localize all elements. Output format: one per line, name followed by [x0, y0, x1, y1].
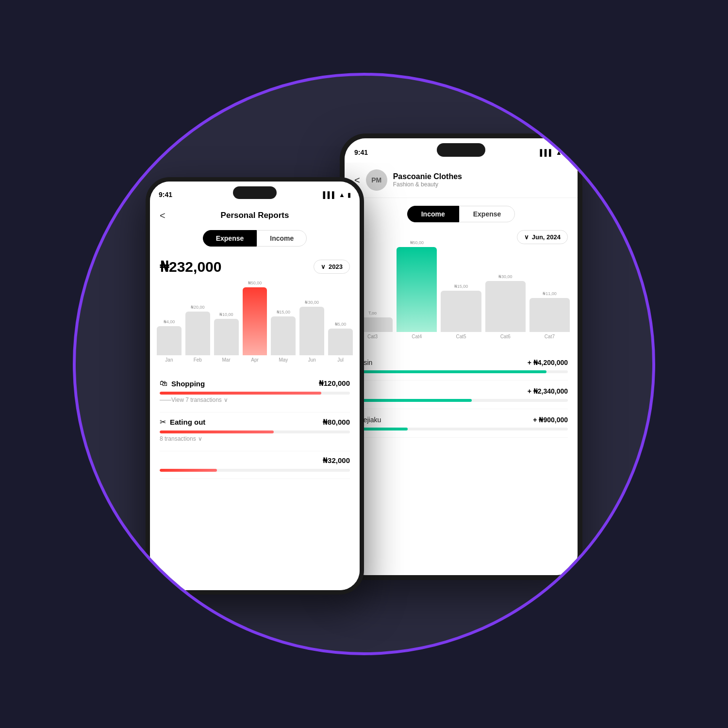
- eating-progress-fill: [160, 430, 274, 433]
- status-time-front: 9:41: [159, 191, 172, 199]
- view-shopping-transactions[interactable]: ——View 7 transactions ∨: [160, 397, 350, 403]
- battery-icon-front: ▮: [347, 191, 351, 199]
- bar-bottom-may: May: [279, 357, 288, 363]
- shopping-name: Shopping: [171, 380, 205, 388]
- chevron-right-eating: ∨: [198, 435, 202, 442]
- bar-chart-front: ₦4,00 Jan ₦20,00 Feb ₦10,00 Mar: [150, 282, 360, 369]
- back-screen: < PM Pascoanie Clothes Fashion & beauty …: [345, 163, 578, 575]
- date-button[interactable]: ∨ Jun, 2024: [517, 230, 568, 244]
- income-row-1: ...usin + ₦4,200,000: [354, 359, 568, 366]
- tab-toggle-front: Expense Income: [150, 225, 360, 254]
- view-eating-transactions[interactable]: 8 transactions ∨: [160, 435, 350, 442]
- bar-bottom-cat3: Cat3: [367, 334, 378, 339]
- tab-toggle-back: Income Expense: [345, 198, 578, 230]
- bar-bottom-feb: Feb: [194, 357, 202, 363]
- merchant-sub: Fashion & beauty: [393, 181, 462, 188]
- progress-fill-2: [354, 399, 472, 402]
- bar-bottom-cat7: Cat7: [545, 334, 555, 339]
- signal-icon-back: ▌▌▌: [540, 149, 553, 156]
- bar-jun: ₦30,00 Jun: [299, 300, 324, 363]
- eating-amount: ₦80,000: [323, 418, 350, 427]
- bar-top-cat5: ₦15,00: [454, 284, 468, 289]
- income-amount-2: + ₦2,340,000: [528, 387, 568, 395]
- income-item-2: + ₦2,340,000: [354, 381, 568, 409]
- bar-bottom-cat5: Cat5: [456, 334, 466, 339]
- chevron-down-icon-front: ∨: [321, 263, 326, 270]
- front-screen: < Personal Reports Expense Income ₦232,0…: [150, 204, 360, 590]
- income-item-1: ...usin + ₦4,200,000: [354, 352, 568, 381]
- tab-expense-back[interactable]: Expense: [459, 206, 515, 222]
- status-icons-back: ▌▌▌ ▲ ▮: [540, 149, 568, 156]
- income-list: ...usin + ₦4,200,000 + ₦2,340,000: [345, 347, 578, 443]
- back-phone-header: < PM Pascoanie Clothes Fashion & beauty: [345, 163, 578, 198]
- eating-name: Eating out: [170, 418, 205, 426]
- bar-bottom-jan: Jan: [165, 357, 173, 363]
- back-button-front[interactable]: <: [160, 210, 165, 221]
- bar-top-cat7: ₦11,00: [543, 291, 557, 296]
- eating-progress-bg: [160, 430, 350, 433]
- phones-container: 9:41 ▌▌▌ ▲ ▮ < PM Pascoanie Clothes Fash…: [146, 133, 582, 595]
- phone-back: 9:41 ▌▌▌ ▲ ▮ < PM Pascoanie Clothes Fash…: [340, 133, 582, 580]
- shopping-icon: 🛍: [160, 379, 167, 388]
- phone-front: 9:41 ▌▌▌ ▲ ▮ < Personal Reports Expense …: [146, 177, 364, 595]
- background-circle: 9:41 ▌▌▌ ▲ ▮ < PM Pascoanie Clothes Fash…: [73, 73, 655, 655]
- third-progress-fill: [160, 469, 217, 472]
- bar-may: ₦15,00 May: [271, 310, 296, 363]
- wifi-icon-back: ▲: [556, 149, 562, 156]
- progress-1: [354, 370, 568, 373]
- bar-bottom-apr: Apr: [251, 357, 259, 363]
- bar-top-jun: ₦30,00: [305, 300, 319, 305]
- income-amount-1: + ₦4,200,000: [528, 359, 568, 366]
- bar-chart-back: T,oo Cat3 ₦50,00 Cat4 ₦15,00 Cat5: [345, 250, 578, 347]
- status-time-back: 9:41: [354, 149, 368, 156]
- category-left-eating: ✂ Eating out: [160, 417, 205, 427]
- status-icons-front: ▌▌▌ ▲ ▮: [323, 191, 351, 199]
- bar-top-feb: ₦20,00: [191, 305, 205, 310]
- bar-cat7: ₦11,00 Cat7: [529, 291, 570, 339]
- dynamic-island-front: [233, 186, 277, 199]
- eating-icon: ✂: [160, 417, 166, 427]
- tab-income-front[interactable]: Income: [257, 230, 307, 247]
- front-phone-header: < Personal Reports: [150, 204, 360, 225]
- view-label-shopping: ——View 7 transactions: [160, 397, 222, 403]
- shopping-amount: ₦120,000: [319, 379, 350, 388]
- category-third: ₦32,000: [160, 451, 350, 479]
- bar-cat5: ₦15,00 Cat5: [441, 284, 481, 339]
- signal-icon-front: ▌▌▌: [323, 191, 336, 199]
- progress-fill-1: [354, 370, 546, 373]
- bar-top-cat4: ₦50,00: [410, 240, 424, 245]
- bar-bottom-mar: Mar: [222, 357, 231, 363]
- year-button[interactable]: ∨ 2023: [314, 260, 350, 274]
- bar-top-cat6: ₦30,00: [498, 274, 513, 279]
- merchant-avatar: PM: [366, 169, 387, 191]
- tab-expense-front[interactable]: Expense: [203, 230, 257, 247]
- total-amount: ₦232,000: [160, 258, 221, 275]
- income-row-3: ...yejiaku + ₦900,000: [354, 416, 568, 424]
- year-label: 2023: [329, 263, 343, 270]
- third-amount: ₦32,000: [323, 456, 350, 465]
- bar-top-apr: ₦50,00: [248, 281, 262, 285]
- category-section: 🛍 Shopping ₦120,000 ——View 7 transaction…: [150, 369, 360, 484]
- wifi-icon-front: ▲: [339, 191, 345, 199]
- amount-row: ₦232,000 ∨ 2023: [150, 254, 360, 282]
- chevron-down-icon: ∨: [524, 233, 529, 241]
- bar-top-jan: ₦4,00: [164, 319, 175, 324]
- category-row-third: ₦32,000: [160, 456, 350, 465]
- third-progress-bg: [160, 469, 350, 472]
- progress-2: [354, 399, 568, 402]
- page-title-front: Personal Reports: [221, 211, 289, 220]
- shopping-progress-fill: [160, 392, 321, 395]
- merchant-info: Pascoanie Clothes Fashion & beauty: [393, 172, 462, 188]
- merchant-name: Pascoanie Clothes: [393, 172, 462, 181]
- bar-jan: ₦4,00 Jan: [157, 319, 182, 363]
- tab-income-back[interactable]: Income: [407, 206, 459, 222]
- bar-top-jul: ₦5,00: [335, 322, 347, 327]
- date-label: Jun, 2024: [532, 233, 561, 241]
- bar-bottom-jul: Jul: [337, 357, 344, 363]
- bar-mar: ₦10,00 Mar: [214, 312, 239, 363]
- income-amount-3: + ₦900,000: [533, 416, 568, 424]
- bar-bottom-cat4: Cat4: [412, 334, 422, 339]
- income-item-3: ...yejiaku + ₦900,000: [354, 409, 568, 438]
- chevron-right-shopping: ∨: [224, 397, 228, 403]
- bar-cat4: ₦50,00 Cat4: [397, 240, 437, 339]
